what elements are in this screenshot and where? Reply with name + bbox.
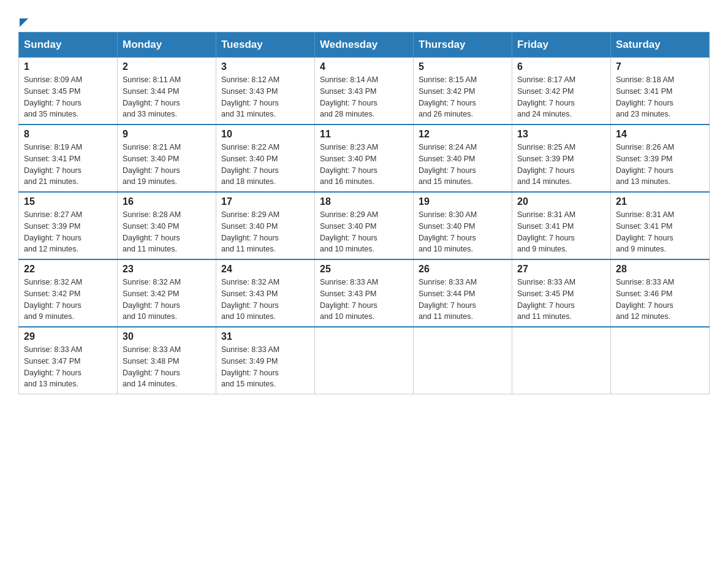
calendar-cell: 14Sunrise: 8:26 AM Sunset: 3:39 PM Dayli… — [611, 124, 710, 192]
day-info: Sunrise: 8:19 AM Sunset: 3:41 PM Dayligh… — [24, 142, 112, 188]
day-info: Sunrise: 8:33 AM Sunset: 3:45 PM Dayligh… — [517, 277, 605, 323]
day-info: Sunrise: 8:32 AM Sunset: 3:42 PM Dayligh… — [24, 277, 112, 323]
calendar-table: Sunday Monday Tuesday Wednesday Thursday… — [18, 32, 710, 394]
header-wednesday: Wednesday — [315, 33, 414, 58]
calendar-cell: 5Sunrise: 8:15 AM Sunset: 3:42 PM Daylig… — [414, 58, 512, 125]
logo-triangle — [20, 18, 28, 27]
day-info: Sunrise: 8:15 AM Sunset: 3:42 PM Dayligh… — [419, 74, 507, 120]
day-number: 27 — [517, 264, 605, 275]
calendar-week-row: 15Sunrise: 8:27 AM Sunset: 3:39 PM Dayli… — [19, 192, 710, 259]
day-number: 3 — [221, 61, 309, 72]
day-number: 22 — [24, 264, 112, 275]
day-number: 2 — [123, 61, 211, 72]
day-info: Sunrise: 8:32 AM Sunset: 3:42 PM Dayligh… — [123, 277, 211, 323]
day-info: Sunrise: 8:29 AM Sunset: 3:40 PM Dayligh… — [320, 209, 408, 255]
day-number: 12 — [419, 129, 507, 140]
calendar-cell: 18Sunrise: 8:29 AM Sunset: 3:40 PM Dayli… — [315, 192, 414, 259]
page-header — [18, 12, 710, 26]
day-info: Sunrise: 8:33 AM Sunset: 3:47 PM Dayligh… — [24, 344, 112, 390]
header-friday: Friday — [512, 33, 611, 58]
day-number: 4 — [320, 61, 408, 72]
day-number: 17 — [221, 196, 309, 207]
calendar-cell: 20Sunrise: 8:31 AM Sunset: 3:41 PM Dayli… — [512, 192, 611, 259]
day-number: 9 — [123, 129, 211, 140]
day-info: Sunrise: 8:27 AM Sunset: 3:39 PM Dayligh… — [24, 209, 112, 255]
day-info: Sunrise: 8:31 AM Sunset: 3:41 PM Dayligh… — [517, 209, 605, 255]
calendar-week-row: 22Sunrise: 8:32 AM Sunset: 3:42 PM Dayli… — [19, 259, 710, 327]
day-info: Sunrise: 8:21 AM Sunset: 3:40 PM Dayligh… — [123, 142, 211, 188]
day-info: Sunrise: 8:22 AM Sunset: 3:40 PM Dayligh… — [221, 142, 309, 188]
day-number: 30 — [123, 331, 211, 342]
day-info: Sunrise: 8:11 AM Sunset: 3:44 PM Dayligh… — [123, 74, 211, 120]
day-info: Sunrise: 8:23 AM Sunset: 3:40 PM Dayligh… — [320, 142, 408, 188]
day-number: 8 — [24, 129, 112, 140]
calendar-cell: 9Sunrise: 8:21 AM Sunset: 3:40 PM Daylig… — [118, 124, 216, 192]
day-info: Sunrise: 8:29 AM Sunset: 3:40 PM Dayligh… — [221, 209, 309, 255]
calendar-cell: 17Sunrise: 8:29 AM Sunset: 3:40 PM Dayli… — [216, 192, 315, 259]
day-number: 26 — [419, 264, 507, 275]
day-info: Sunrise: 8:24 AM Sunset: 3:40 PM Dayligh… — [419, 142, 507, 188]
calendar-week-row: 1Sunrise: 8:09 AM Sunset: 3:45 PM Daylig… — [19, 58, 710, 125]
day-number: 11 — [320, 129, 408, 140]
day-number: 24 — [221, 264, 309, 275]
day-number: 31 — [221, 331, 309, 342]
day-number: 29 — [24, 331, 112, 342]
day-number: 7 — [616, 61, 704, 72]
day-number: 6 — [517, 61, 605, 72]
calendar-cell: 2Sunrise: 8:11 AM Sunset: 3:44 PM Daylig… — [118, 58, 216, 125]
day-info: Sunrise: 8:28 AM Sunset: 3:40 PM Dayligh… — [123, 209, 211, 255]
day-number: 18 — [320, 196, 408, 207]
calendar-week-row: 8Sunrise: 8:19 AM Sunset: 3:41 PM Daylig… — [19, 124, 710, 192]
calendar-cell — [512, 327, 611, 394]
calendar-cell: 27Sunrise: 8:33 AM Sunset: 3:45 PM Dayli… — [512, 259, 611, 327]
calendar-cell: 26Sunrise: 8:33 AM Sunset: 3:44 PM Dayli… — [414, 259, 512, 327]
calendar-cell: 6Sunrise: 8:17 AM Sunset: 3:42 PM Daylig… — [512, 58, 611, 125]
day-number: 15 — [24, 196, 112, 207]
day-number: 25 — [320, 264, 408, 275]
calendar-cell: 31Sunrise: 8:33 AM Sunset: 3:49 PM Dayli… — [216, 327, 315, 394]
calendar-cell: 19Sunrise: 8:30 AM Sunset: 3:40 PM Dayli… — [414, 192, 512, 259]
day-info: Sunrise: 8:32 AM Sunset: 3:43 PM Dayligh… — [221, 277, 309, 323]
day-info: Sunrise: 8:12 AM Sunset: 3:43 PM Dayligh… — [221, 74, 309, 120]
calendar-cell: 24Sunrise: 8:32 AM Sunset: 3:43 PM Dayli… — [216, 259, 315, 327]
calendar-cell: 13Sunrise: 8:25 AM Sunset: 3:39 PM Dayli… — [512, 124, 611, 192]
day-info: Sunrise: 8:33 AM Sunset: 3:46 PM Dayligh… — [616, 277, 704, 323]
calendar-cell — [611, 327, 710, 394]
header-monday: Monday — [118, 33, 216, 58]
day-number: 16 — [123, 196, 211, 207]
day-number: 20 — [517, 196, 605, 207]
day-info: Sunrise: 8:33 AM Sunset: 3:49 PM Dayligh… — [221, 344, 309, 390]
calendar-cell: 23Sunrise: 8:32 AM Sunset: 3:42 PM Dayli… — [118, 259, 216, 327]
day-number: 10 — [221, 129, 309, 140]
day-number: 21 — [616, 196, 704, 207]
header-thursday: Thursday — [414, 33, 512, 58]
day-number: 19 — [419, 196, 507, 207]
calendar-cell: 25Sunrise: 8:33 AM Sunset: 3:43 PM Dayli… — [315, 259, 414, 327]
day-info: Sunrise: 8:33 AM Sunset: 3:44 PM Dayligh… — [419, 277, 507, 323]
day-info: Sunrise: 8:18 AM Sunset: 3:41 PM Dayligh… — [616, 74, 704, 120]
logo — [18, 12, 28, 26]
header-sunday: Sunday — [19, 33, 118, 58]
calendar-cell: 7Sunrise: 8:18 AM Sunset: 3:41 PM Daylig… — [611, 58, 710, 125]
day-number: 23 — [123, 264, 211, 275]
day-number: 13 — [517, 129, 605, 140]
calendar-cell: 8Sunrise: 8:19 AM Sunset: 3:41 PM Daylig… — [19, 124, 118, 192]
day-info: Sunrise: 8:26 AM Sunset: 3:39 PM Dayligh… — [616, 142, 704, 188]
calendar-cell: 22Sunrise: 8:32 AM Sunset: 3:42 PM Dayli… — [19, 259, 118, 327]
header-tuesday: Tuesday — [216, 33, 315, 58]
calendar-cell: 15Sunrise: 8:27 AM Sunset: 3:39 PM Dayli… — [19, 192, 118, 259]
calendar-cell: 30Sunrise: 8:33 AM Sunset: 3:48 PM Dayli… — [118, 327, 216, 394]
day-info: Sunrise: 8:31 AM Sunset: 3:41 PM Dayligh… — [616, 209, 704, 255]
day-info: Sunrise: 8:09 AM Sunset: 3:45 PM Dayligh… — [24, 74, 112, 120]
day-info: Sunrise: 8:33 AM Sunset: 3:48 PM Dayligh… — [123, 344, 211, 390]
calendar-cell: 29Sunrise: 8:33 AM Sunset: 3:47 PM Dayli… — [19, 327, 118, 394]
day-number: 1 — [24, 61, 112, 72]
day-info: Sunrise: 8:25 AM Sunset: 3:39 PM Dayligh… — [517, 142, 605, 188]
day-info: Sunrise: 8:33 AM Sunset: 3:43 PM Dayligh… — [320, 277, 408, 323]
calendar-cell: 11Sunrise: 8:23 AM Sunset: 3:40 PM Dayli… — [315, 124, 414, 192]
calendar-cell — [315, 327, 414, 394]
day-number: 5 — [419, 61, 507, 72]
calendar-cell: 12Sunrise: 8:24 AM Sunset: 3:40 PM Dayli… — [414, 124, 512, 192]
calendar-cell: 16Sunrise: 8:28 AM Sunset: 3:40 PM Dayli… — [118, 192, 216, 259]
day-info: Sunrise: 8:30 AM Sunset: 3:40 PM Dayligh… — [419, 209, 507, 255]
